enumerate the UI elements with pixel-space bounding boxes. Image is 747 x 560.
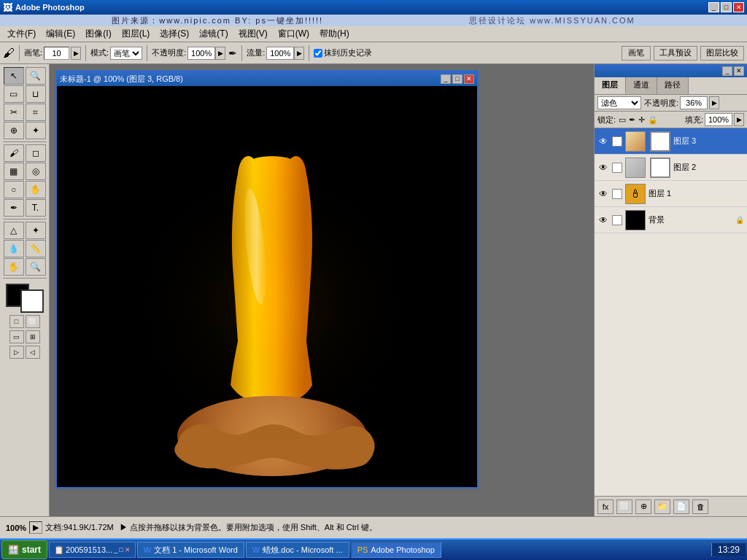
layer-1-visibility[interactable]: 👁 (597, 188, 609, 200)
background-color[interactable] (20, 289, 44, 313)
menu-help[interactable]: 帮助(H) (315, 26, 354, 42)
dodge-tool[interactable]: ○ (4, 181, 24, 198)
doc-maximize-btn[interactable]: □ (452, 74, 462, 84)
opacity-btn[interactable]: ▶ (215, 47, 225, 60)
tab-layers[interactable]: 图层 (595, 77, 626, 94)
blur-tool[interactable]: ◎ (26, 163, 46, 180)
taskbar-ps-btn[interactable]: PS Adobe Photoshop (351, 542, 441, 558)
layer-row-bg[interactable]: 👁 背景 🔒 (595, 207, 747, 233)
layer-style-btn[interactable]: fx (597, 499, 614, 514)
layer-row-1[interactable]: 👁 🕯 图层 1 (595, 181, 747, 207)
measure-tool[interactable]: 📏 (26, 240, 46, 257)
panel-minimize-btn[interactable]: _ (722, 66, 732, 76)
layer-2-visibility[interactable]: 👁 (597, 162, 609, 174)
main-canvas[interactable] (57, 86, 469, 487)
menu-window[interactable]: 窗口(W) (274, 26, 314, 42)
doc-close-btn[interactable]: ✕ (464, 74, 474, 84)
brush-icon[interactable]: 🖌 (3, 47, 15, 60)
tool-preset-btn[interactable]: 工具预设 (654, 46, 697, 61)
zoom-tool[interactable]: 🔍 (26, 67, 46, 85)
brush-preset-btn[interactable]: 画笔 (622, 46, 651, 61)
quickmask-mode[interactable]: ⬜ (26, 315, 40, 328)
type-tool[interactable]: T. (26, 199, 46, 217)
start-button[interactable]: 🪟 start (1, 540, 47, 559)
layer-adj-btn[interactable]: ⊕ (635, 499, 651, 514)
eyedrop-tool[interactable]: 💧 (4, 240, 24, 257)
airbrush-icon[interactable]: ✒ (228, 47, 237, 59)
move-tool[interactable]: ↖ (4, 67, 24, 85)
widget-close[interactable]: ✕ (125, 546, 131, 553)
heal-tool[interactable]: ⊕ (4, 122, 24, 139)
select-rect[interactable]: ▭ (4, 85, 24, 103)
taskbar-widget[interactable]: 📋 200591513... _ □ ✕ (49, 542, 136, 558)
menu-filter[interactable]: 滤镜(T) (195, 26, 232, 42)
slice-tool[interactable]: ⌗ (26, 104, 46, 121)
layer-3-link[interactable] (612, 136, 622, 147)
lock-image-btn[interactable]: ✒ (629, 115, 635, 125)
minimize-button[interactable]: _ (708, 2, 719, 12)
opacity-panel-input[interactable] (680, 96, 708, 109)
lock-transparent-btn[interactable]: ▭ (619, 115, 626, 125)
canvas-content[interactable] (57, 86, 477, 487)
menu-select[interactable]: 选择(S) (155, 26, 193, 42)
blend-mode-select[interactable]: 滤色 正常 溶解 (597, 96, 641, 109)
layer-row-3[interactable]: 👁 图层 3 (595, 128, 747, 155)
zoom-tool-2[interactable]: 🔍 (26, 258, 46, 276)
widget-min[interactable]: _ (114, 546, 117, 553)
menu-view[interactable]: 视图(V) (234, 26, 272, 42)
bg-link[interactable] (612, 215, 622, 225)
brush-tool[interactable]: 🖌 (4, 144, 24, 162)
layer-mask-btn[interactable]: ⬜ (616, 499, 632, 514)
layer-3-visibility[interactable]: 👁 (597, 136, 609, 147)
status-arrow[interactable]: ▶ (29, 521, 42, 534)
history-checkbox[interactable] (314, 49, 322, 58)
fill-arrow-btn[interactable]: ▶ (734, 113, 744, 126)
maximize-button[interactable]: □ (721, 2, 732, 12)
brush-size-input[interactable] (44, 47, 69, 60)
lock-all-btn[interactable]: 🔒 (648, 115, 658, 125)
tab-paths[interactable]: 路径 (657, 77, 689, 94)
select-lasso[interactable]: ⊔ (26, 85, 46, 103)
menu-layer[interactable]: 图层(L) (117, 26, 155, 42)
hand-tool[interactable]: ✋ (4, 258, 24, 276)
taskbar-doc-btn[interactable]: W 蜡烛.doc - Microsoft ... (246, 542, 349, 558)
standard-view[interactable]: ▭ (9, 330, 24, 343)
pen-tool[interactable]: ✒ (4, 199, 24, 217)
tab-channels[interactable]: 通道 (626, 77, 657, 94)
eraser-tool[interactable]: ◻ (26, 144, 46, 162)
crop-tool[interactable]: ✂ (4, 104, 24, 121)
layer-compare-btn[interactable]: 图层比较 (700, 46, 744, 61)
layer-2-link[interactable] (612, 163, 622, 173)
shape-tool[interactable]: ✦ (26, 222, 46, 239)
flow-input[interactable] (266, 47, 294, 60)
menu-edit[interactable]: 编辑(E) (42, 26, 80, 42)
clone-tool[interactable]: ✦ (26, 122, 46, 139)
layer-1-link[interactable] (612, 189, 622, 199)
lock-position-btn[interactable]: ✛ (638, 115, 645, 125)
doc-minimize-btn[interactable]: _ (441, 74, 451, 84)
fill-input[interactable] (705, 113, 732, 126)
new-layer-btn[interactable]: 📄 (673, 499, 689, 514)
widget-max[interactable]: □ (119, 546, 123, 553)
bg-visibility[interactable]: 👁 (597, 214, 609, 226)
menu-file[interactable]: 文件(F) (3, 26, 40, 42)
opacity-arrow-btn[interactable]: ▶ (709, 96, 719, 109)
delete-layer-btn[interactable]: 🗑 (692, 499, 708, 514)
path-tool[interactable]: △ (4, 222, 24, 239)
opacity-input[interactable] (187, 47, 215, 60)
imageready-btn[interactable]: ▷ (9, 346, 24, 359)
new-group-btn[interactable]: 📁 (654, 499, 670, 514)
gradient-tool[interactable]: ▦ (4, 163, 24, 180)
smudge-tool[interactable]: ✋ (26, 181, 46, 198)
extra-btn[interactable]: ◁ (26, 346, 40, 359)
brush-size-up[interactable]: ▶ (71, 47, 81, 60)
flow-btn[interactable]: ▶ (294, 47, 304, 60)
menu-image[interactable]: 图像(I) (81, 26, 115, 42)
fullscreen-view[interactable]: ⊞ (26, 330, 40, 343)
standard-mode[interactable]: □ (9, 315, 24, 328)
mode-select[interactable]: 画笔 (110, 47, 142, 60)
close-button[interactable]: ✕ (733, 2, 744, 12)
panel-close-btn[interactable]: ✕ (734, 66, 744, 76)
layer-row-2[interactable]: 👁 图层 2 (595, 155, 747, 181)
taskbar-word-btn[interactable]: W 文档 1 - Microsoft Word (137, 542, 244, 558)
